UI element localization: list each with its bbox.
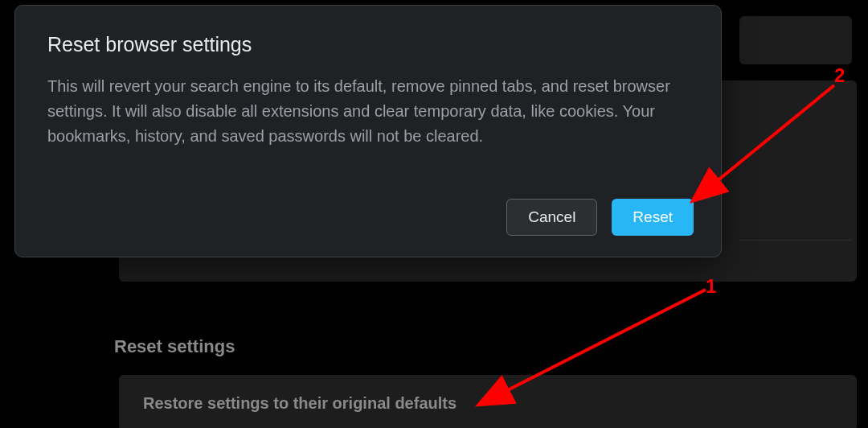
cancel-button[interactable]: Cancel [506,199,597,236]
restore-defaults-label: Restore settings to their original defau… [143,394,457,413]
settings-card-background-top [739,16,852,64]
dialog-title: Reset browser settings [47,33,689,56]
dialog-body-text: This will revert your search engine to i… [47,74,689,149]
reset-browser-settings-dialog: Reset browser settings This will revert … [14,5,722,257]
annotation-label-1: 1 [706,275,716,298]
restore-defaults-row[interactable]: Restore settings to their original defau… [119,375,857,428]
settings-divider [739,240,852,241]
annotation-label-2: 2 [834,64,845,87]
reset-button[interactable]: Reset [612,199,694,236]
dialog-actions: Cancel Reset [506,199,694,236]
reset-settings-heading: Reset settings [114,336,235,357]
